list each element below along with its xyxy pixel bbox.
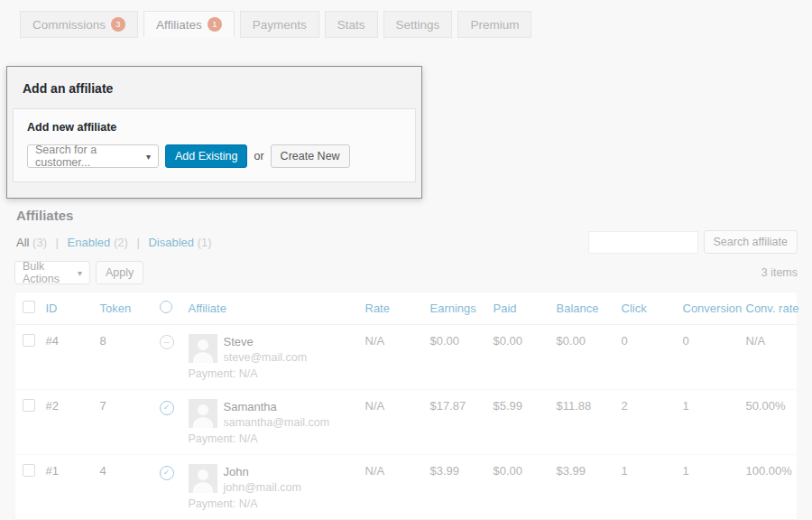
items-count: 3 items: [761, 266, 798, 279]
cell-id: #2: [39, 390, 93, 455]
column-header-rate[interactable]: Rate: [358, 292, 423, 325]
cell-conversion: 1: [676, 455, 739, 520]
column-header-affiliate[interactable]: Affiliate: [181, 292, 358, 325]
add-affiliate-panel: Add an affiliate Add new affiliate Searc…: [6, 66, 422, 199]
check-circle-icon: ✓: [160, 401, 174, 415]
add-existing-button[interactable]: Add Existing: [165, 144, 247, 168]
search-affiliate-input[interactable]: [588, 231, 698, 254]
row-select-checkbox[interactable]: [23, 464, 35, 477]
filter-separator: |: [136, 236, 139, 249]
filter-all[interactable]: All: [16, 236, 29, 249]
column-header-status[interactable]: [152, 292, 181, 325]
panel-title: Add an affiliate: [7, 67, 421, 96]
customer-select-placeholder: Search for a customer...: [35, 144, 139, 169]
filter-enabled-count: (2): [114, 236, 128, 249]
add-affiliate-controls: Search for a customer... ▾ Add Existing …: [27, 144, 401, 168]
tab-settings-label: Settings: [396, 18, 440, 32]
cell-rate: N/A: [358, 455, 423, 520]
column-header-paid[interactable]: Paid: [486, 292, 549, 325]
cell-token: 4: [93, 455, 152, 520]
affiliate-payment: Payment: N/A: [189, 367, 351, 380]
cell-token: 8: [93, 325, 152, 390]
tab-premium[interactable]: Premium: [457, 11, 531, 38]
row-select-checkbox[interactable]: [23, 399, 35, 412]
filter-enabled[interactable]: Enabled: [68, 236, 111, 249]
tab-affiliates[interactable]: Affiliates 1: [143, 11, 235, 38]
select-all-checkbox[interactable]: [23, 301, 35, 313]
cell-conversion: 0: [676, 325, 739, 390]
avatar: [189, 334, 217, 363]
affiliate-email: john@mail.com: [224, 481, 301, 494]
column-header-token[interactable]: Token: [93, 292, 152, 325]
affiliate-name[interactable]: Steve: [224, 334, 308, 348]
cell-rate: N/A: [358, 390, 423, 455]
chevron-down-icon: ▾: [78, 268, 82, 278]
cell-balance: $11.88: [549, 390, 614, 455]
column-header-balance[interactable]: Balance: [549, 292, 614, 325]
tab-commissions[interactable]: Commissions 3: [20, 11, 138, 38]
table-row: #2 7 ✓ – Samantha samantha@mail.com: [15, 390, 798, 455]
cell-click: 2: [614, 390, 676, 455]
cell-paid: $0.00: [486, 455, 549, 520]
status-icon[interactable]: ✓ –: [160, 399, 174, 413]
tab-settings[interactable]: Settings: [383, 11, 453, 38]
avatar: [189, 399, 217, 428]
cell-balance: $0.00: [549, 325, 614, 390]
status-icon[interactable]: ✓ –: [160, 334, 174, 348]
customer-search-select[interactable]: Search for a customer... ▾: [27, 144, 159, 168]
cell-conv-rate: 100.00%: [739, 455, 798, 520]
status-icon[interactable]: ✓ –: [160, 464, 174, 478]
tab-premium-label: Premium: [470, 18, 519, 32]
cell-earnings: $17.87: [423, 390, 486, 455]
cell-paid: $5.99: [486, 390, 549, 455]
check-circle-icon: ✓: [160, 466, 174, 480]
column-header-conversion[interactable]: Conversion: [676, 292, 739, 325]
commissions-count-badge: 3: [111, 17, 125, 32]
column-header-earnings[interactable]: Earnings: [423, 292, 486, 325]
affiliate-payment: Payment: N/A: [189, 497, 351, 510]
search-group: Search affiliate: [588, 230, 798, 254]
cell-conversion: 1: [676, 390, 739, 455]
bulk-actions-select[interactable]: Bulk Actions ▾: [14, 261, 90, 284]
tab-stats-label: Stats: [337, 18, 365, 32]
add-new-affiliate-box: Add new affiliate Search for a customer.…: [13, 108, 416, 182]
create-new-button[interactable]: Create New: [271, 144, 350, 168]
tab-stats[interactable]: Stats: [325, 11, 378, 38]
search-affiliate-button[interactable]: Search affiliate: [704, 230, 798, 254]
minus-circle-icon: –: [160, 335, 174, 349]
settings-tabs: Commissions 3 Affiliates 1 Payments Stat…: [0, 0, 812, 38]
cell-click: 1: [614, 455, 676, 520]
apply-button[interactable]: Apply: [96, 261, 143, 284]
column-header-conv-rate[interactable]: Conv. rate: [739, 292, 798, 325]
or-label: or: [254, 150, 263, 162]
cell-earnings: $0.00: [423, 325, 486, 390]
tab-payments[interactable]: Payments: [240, 11, 319, 38]
table-row: #1 4 ✓ – John john@mail.com: [15, 455, 798, 520]
affiliates-section: Affiliates All (3) | Enabled (2) | Disab…: [0, 208, 812, 520]
tab-payments-label: Payments: [253, 18, 307, 32]
column-header-click[interactable]: Click: [614, 292, 676, 325]
filters-row: All (3) | Enabled (2) | Disabled (1) Sea…: [14, 230, 798, 254]
bulk-actions-label: Bulk Actions: [23, 260, 70, 285]
cell-earnings: $3.99: [423, 455, 486, 520]
filter-disabled[interactable]: Disabled: [148, 236, 194, 249]
cell-token: 7: [93, 390, 152, 455]
tab-affiliates-label: Affiliates: [156, 18, 202, 32]
cell-balance: $3.99: [549, 455, 614, 520]
table-header-row: ID Token Affiliate Rate Earnings Paid Ba…: [15, 292, 798, 325]
filter-all-count: (3): [32, 236, 47, 249]
affiliate-cell: Steve steve@mail.com: [189, 334, 351, 364]
cell-id: #4: [39, 325, 93, 390]
avatar: [189, 464, 217, 493]
affiliate-name[interactable]: Samantha: [224, 399, 330, 413]
bulk-actions-group: Bulk Actions ▾ Apply: [14, 261, 143, 284]
affiliate-name[interactable]: John: [224, 464, 301, 478]
affiliates-count-badge: 1: [208, 17, 222, 32]
column-header-id[interactable]: ID: [39, 292, 93, 325]
tablenav-top: Bulk Actions ▾ Apply 3 items: [14, 261, 798, 284]
cell-rate: N/A: [358, 325, 423, 390]
row-select-checkbox[interactable]: [23, 334, 35, 347]
section-title: Affiliates: [14, 208, 798, 223]
table-row: #4 8 ✓ – Steve steve@mail.com: [15, 325, 798, 390]
cell-conv-rate: 50.00%: [739, 390, 798, 455]
